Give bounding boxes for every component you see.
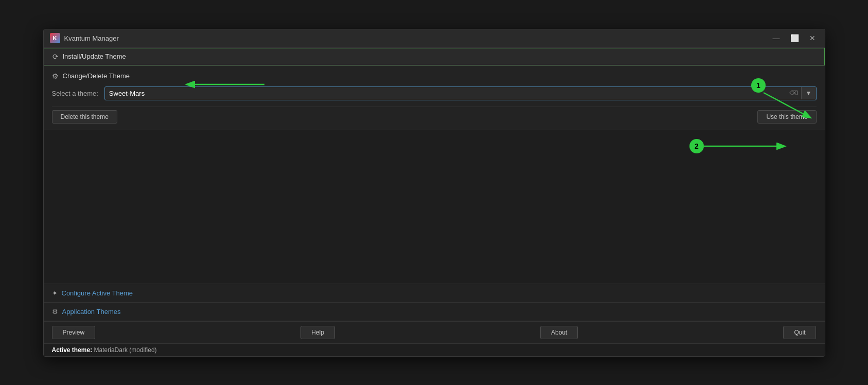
- install-icon: ⟳: [52, 52, 59, 61]
- change-delete-section: ⚙ Change/Delete Theme Select a theme: ⌫ …: [44, 66, 825, 130]
- titlebar: K Kvantum Manager — ⬜ ✕: [44, 29, 825, 48]
- menu-section: ⟳ Install/Update Theme: [44, 48, 825, 66]
- status-bar: Active theme: MateriaDark (modified): [44, 343, 825, 356]
- change-delete-header: ⚙ Change/Delete Theme: [52, 72, 817, 80]
- help-button[interactable]: Help: [300, 326, 335, 339]
- application-themes-label: Application Themes: [62, 308, 121, 316]
- app-themes-icon: ⚙: [52, 308, 58, 316]
- bottom-section: ✦ Configure Active Theme ⚙ Application T…: [44, 284, 825, 321]
- theme-select-row: Select a theme: ⌫ ▼: [52, 86, 817, 100]
- configure-active-theme-label: Configure Active Theme: [62, 289, 133, 297]
- quit-button[interactable]: Quit: [783, 326, 816, 339]
- change-delete-icon: ⚙: [52, 72, 59, 80]
- select-theme-label: Select a theme:: [52, 90, 98, 97]
- app-icon: K: [50, 33, 60, 43]
- footer-buttons: Preview Help About Quit: [44, 321, 825, 343]
- application-themes-row[interactable]: ⚙ Application Themes: [44, 303, 825, 321]
- theme-input-wrapper: ⌫ ▼: [104, 86, 817, 100]
- titlebar-controls: — ⬜ ✕: [770, 33, 819, 43]
- active-theme-prefix: Active theme:: [52, 346, 93, 354]
- install-update-menu-item[interactable]: ⟳ Install/Update Theme: [44, 48, 825, 65]
- theme-actions-row: Delete this theme Use this theme: [52, 107, 817, 130]
- install-update-label: Install/Update Theme: [63, 52, 126, 60]
- main-content-area: [44, 130, 825, 284]
- about-button[interactable]: About: [540, 326, 578, 339]
- theme-input-dropdown-button[interactable]: ▼: [801, 87, 816, 99]
- minimize-button[interactable]: —: [770, 33, 783, 43]
- titlebar-left: K Kvantum Manager: [50, 33, 119, 43]
- preview-button[interactable]: Preview: [52, 326, 96, 339]
- theme-input-clear-button[interactable]: ⌫: [786, 87, 801, 99]
- configure-icon: ✦: [52, 289, 58, 297]
- theme-input[interactable]: [105, 87, 786, 100]
- active-theme-name: MateriaDark (modified): [94, 346, 157, 354]
- maximize-button[interactable]: ⬜: [787, 33, 802, 43]
- close-button[interactable]: ✕: [806, 33, 819, 43]
- use-theme-button[interactable]: Use this theme: [757, 110, 816, 124]
- window-title: Kvantum Manager: [64, 34, 119, 42]
- configure-active-theme-row[interactable]: ✦ Configure Active Theme: [44, 284, 825, 303]
- delete-theme-button[interactable]: Delete this theme: [52, 110, 117, 124]
- change-delete-title: Change/Delete Theme: [63, 72, 130, 80]
